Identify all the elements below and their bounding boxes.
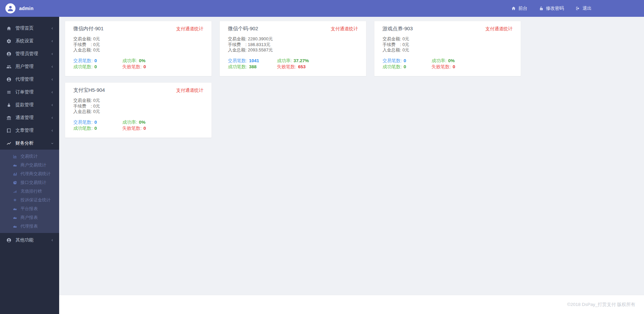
logout-link[interactable]: 退出: [575, 5, 592, 11]
bar-chart-icon: [12, 154, 17, 159]
card-stats: 交易笔数:0 成功率:0% 成功笔数:0 失败笔数:0: [73, 119, 203, 131]
topbar-nav: 前台 修改密码 退出: [511, 5, 592, 11]
sidebar-item-label: 通道管理: [15, 115, 34, 121]
sidebar-subitem-interface-transaction-stats[interactable]: 接口交易统计: [0, 178, 59, 187]
fee-value: 0元: [402, 42, 409, 47]
sidebar-item-label: 订单管理: [15, 89, 34, 95]
card-amounts: 交易金额: 0元 手续费 : 0元 入金总额: 0元: [383, 36, 513, 53]
home-icon: [511, 6, 516, 11]
fail-value: 653: [298, 64, 306, 70]
card-stats: 交易笔数:0 成功率:0% 成功笔数:0 失败笔数:0: [73, 58, 203, 70]
sidebar-subitem-agent-transaction-stats[interactable]: 代理商交易统计: [0, 169, 59, 178]
channel-stats-link[interactable]: 支付通道统计: [176, 87, 203, 93]
amount-value: 0元: [93, 36, 100, 41]
chevron-left-icon: [50, 78, 54, 81]
user-profile-block[interactable]: admin: [5, 3, 34, 13]
sidebar-item-label: 管理员管理: [15, 51, 38, 57]
fail-label: 失败笔数:: [122, 125, 142, 131]
amount-label: 交易金额:: [73, 36, 92, 41]
cards-grid: 微信内付-901 支付通道统计 交易金额: 0元 手续费 : 0元 入金总额: …: [59, 17, 644, 295]
sidebar-item-order-management[interactable]: 订单管理: [0, 86, 59, 99]
sidebar-item-label: 管理首页: [15, 25, 34, 31]
card-amounts: 交易金额: 0元 手续费 : 0元 入金总额: 0元: [73, 98, 203, 115]
channel-card-902: 微信个码-902 支付通道统计 交易金额: 2280.3900元 手续费 : 1…: [219, 21, 366, 76]
sidebar-item-withdrawal-management[interactable]: 提款管理: [0, 99, 59, 111]
sidebar-item-user-management[interactable]: 用户管理: [0, 60, 59, 73]
count-value: 0: [404, 58, 406, 64]
sidebar-subitem-label: 商户交易统计: [21, 162, 46, 168]
sidebar-subitem-transaction-stats[interactable]: 交易统计: [0, 152, 59, 161]
sidebar-item-label: 财务分析: [15, 140, 34, 146]
area-chart-icon: [12, 224, 17, 229]
fail-label: 失败笔数:: [432, 64, 451, 70]
area-chart-icon: [12, 207, 17, 211]
count-label: 交易笔数:: [73, 58, 93, 64]
chart-line-icon: [6, 141, 11, 146]
user-circle-icon: [6, 238, 11, 243]
sidebar-item-channel-management[interactable]: 通道管理: [0, 111, 59, 124]
count-label: 交易笔数:: [228, 58, 247, 64]
sidebar-item-other-functions[interactable]: 其他功能: [0, 234, 59, 246]
asterisk-icon: [12, 198, 17, 202]
area-chart-icon: [12, 163, 17, 167]
channel-stats-link[interactable]: 支付通道统计: [485, 26, 513, 32]
chevron-left-icon: [50, 39, 54, 43]
card-title: 微信个码-902: [228, 26, 258, 32]
chevron-left-icon: [50, 116, 54, 120]
sidebar-subitem-label: 商户报表: [21, 215, 38, 221]
change-password-link[interactable]: 修改密码: [539, 5, 564, 11]
fail-value: 0: [144, 125, 146, 131]
money-bag-icon: [6, 103, 11, 108]
sidebar-subitem-agent-report[interactable]: 代理报表: [0, 222, 59, 231]
unlock-icon: [539, 6, 544, 11]
bar-chart-icon: [12, 172, 17, 176]
amount-value: 0元: [93, 98, 100, 103]
fail-label: 失败笔数:: [277, 64, 296, 70]
success-label: 成功笔数:: [73, 64, 93, 70]
sidebar-item-label: 用户管理: [15, 64, 34, 70]
list-icon: [6, 90, 11, 95]
sidebar-item-finance-analysis[interactable]: 财务分析: [0, 137, 59, 150]
fee-value: 0元: [93, 42, 100, 47]
total-label: 入金总额:: [73, 109, 92, 114]
sidebar-item-home[interactable]: 管理首页: [0, 22, 59, 35]
users-icon: [6, 64, 11, 69]
fee-value: 186.8313元: [248, 42, 270, 47]
sidebar-subitem-merchant-transaction-stats[interactable]: 商户交易统计: [0, 161, 59, 169]
chevron-left-icon: [50, 52, 54, 56]
channel-stats-link[interactable]: 支付通道统计: [331, 26, 358, 32]
total-value: 0元: [402, 47, 409, 52]
rate-value: 0%: [448, 58, 455, 64]
success-value: 0: [404, 64, 406, 70]
channel-stats-link[interactable]: 支付通道统计: [176, 26, 203, 32]
sidebar-item-label: 代理管理: [15, 76, 34, 82]
sidebar-item-agent-management[interactable]: 代理管理: [0, 73, 59, 86]
sidebar-subitem-label: 充值排行榜: [21, 189, 42, 194]
sidebar-subitem-label: 投诉保证金统计: [21, 197, 51, 203]
frontend-link[interactable]: 前台: [511, 5, 527, 11]
area-chart-icon: [12, 215, 17, 220]
sidebar-item-system-settings[interactable]: 系统设置: [0, 35, 59, 47]
sidebar-item-admin-management[interactable]: 管理员管理: [0, 47, 59, 60]
card-stats: 交易笔数:0 成功率:0% 成功笔数:0 失败笔数:0: [383, 58, 513, 70]
sidebar-subitem-label: 交易统计: [21, 154, 38, 159]
rate-value: 0%: [139, 58, 146, 64]
sidebar-subitem-label: 接口交易统计: [21, 180, 46, 186]
card-title: 微信内付-901: [73, 26, 104, 32]
rate-label: 成功率:: [122, 58, 137, 64]
main-area: 微信内付-901 支付通道统计 交易金额: 0元 手续费 : 0元 入金总额: …: [59, 17, 644, 314]
rate-value: 0%: [139, 119, 146, 125]
sidebar-subitem-complaint-deposit-stats[interactable]: 投诉保证金统计: [0, 196, 59, 204]
sidebar-item-article-management[interactable]: 文章管理: [0, 124, 59, 137]
sidebar-subitem-merchant-report[interactable]: 商户报表: [0, 213, 59, 222]
count-label: 交易笔数:: [383, 58, 402, 64]
cogs-icon: [6, 39, 11, 44]
sidebar-subitem-platform-report[interactable]: 平台报表: [0, 204, 59, 213]
sidebar-subitem-recharge-ranking[interactable]: 充值排行榜: [0, 187, 59, 196]
total-value: 0元: [93, 109, 100, 114]
topbar: admin 前台 修改密码 退出: [0, 0, 644, 17]
success-label: 成功笔数:: [73, 125, 93, 131]
user-circle-icon: [6, 51, 11, 56]
card-title: 游戏点券-903: [383, 26, 413, 32]
success-value: 0: [94, 64, 97, 70]
